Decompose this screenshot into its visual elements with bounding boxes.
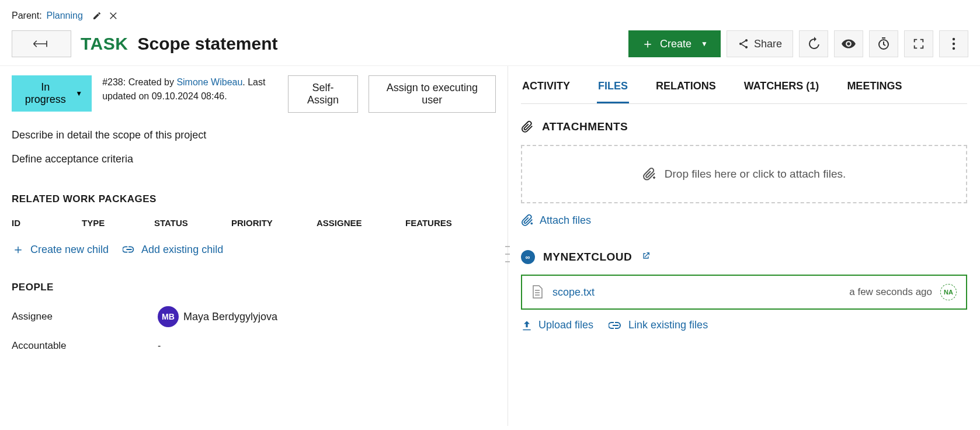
breadcrumb-bar: Parent: Planning [0,0,980,27]
attach-files-button[interactable]: Attach files [521,214,591,227]
upload-files-label: Upload files [538,319,593,331]
page-title[interactable]: Scope statement [137,34,277,54]
create-button[interactable]: ＋ Create ▼ [628,30,721,57]
storage-header: ∞ MYNEXTCLOUD [521,250,967,264]
add-existing-label: Add existing child [141,244,223,256]
type-badge: TASK [81,34,128,54]
accountable-value[interactable]: - [158,341,161,351]
paperclip-icon [521,120,534,133]
col-features[interactable]: FEATURES [405,218,464,228]
svg-point-6 [953,47,955,50]
accountable-label: Accountable [12,340,93,352]
nextcloud-icon: ∞ [521,250,535,264]
back-button[interactable] [12,30,71,57]
upload-icon [521,320,533,331]
timer-button[interactable] [869,30,898,57]
file-time: a few seconds ago [849,286,932,298]
status-label: In progress [21,81,69,106]
col-type[interactable]: TYPE [82,218,126,228]
people-section-title: PEOPLE [12,282,496,293]
parent-label: Parent: [12,11,42,21]
chevron-down-icon: ▼ [701,40,708,48]
plus-icon: ＋ [12,241,25,258]
parent-link[interactable]: Planning [47,11,83,21]
author-link[interactable]: Simone Wibeau [176,77,242,87]
related-section-title: RELATED WORK PACKAGES [12,193,496,205]
share-button-label: Share [754,38,782,50]
avatar: MB [158,306,179,327]
upload-files-button[interactable]: Upload files [521,319,593,331]
fullscreen-icon [912,37,925,50]
attachments-title: ATTACHMENTS [542,120,628,133]
add-existing-child-button[interactable]: Add existing child [123,241,223,258]
tab-activity[interactable]: ACTIVITY [521,75,571,103]
description-line-1: Describe in detail the scope of this pro… [12,129,496,141]
attachments-header: ATTACHMENTS [521,120,967,133]
create-child-button[interactable]: ＋ Create new child [12,241,109,258]
svg-point-4 [953,38,955,40]
link-icon [609,321,623,330]
title-row: TASK Scope statement ＋ Create ▼ Share [0,27,980,66]
accountable-row: Accountable - [12,340,496,352]
tab-watchers[interactable]: WATCHERS (1) [743,75,821,103]
assignee-row: Assignee MB Maya Berdygylyjova [12,306,496,327]
assignee-name: Maya Berdygylyjova [183,311,277,323]
history-icon [807,37,821,51]
tab-files[interactable]: FILES [597,75,629,103]
assign-executing-button[interactable]: Assign to executing user [369,75,496,113]
clock-icon [877,37,891,51]
eye-icon [841,36,856,51]
left-pane: In progress ▼ #238: Created by Simone Wi… [0,66,508,426]
plus-icon: ＋ [641,35,654,53]
splitter-handle[interactable] [505,246,510,262]
attach-icon [642,167,656,181]
meta-text: #238: Created by Simone Wibeau. Last upd… [102,75,277,103]
user-badge: NA [940,284,957,300]
dropzone-text: Drop files here or click to attach files… [665,168,846,181]
tab-relations[interactable]: RELATIONS [655,75,717,103]
tab-meetings[interactable]: MEETINGS [846,75,903,103]
assignee-value[interactable]: MB Maya Berdygylyjova [158,306,277,327]
file-name: scope.txt [552,286,595,299]
description-line-2: Define acceptance criteria [12,153,496,165]
svg-point-5 [953,43,955,45]
col-status[interactable]: STATUS [154,218,203,228]
tab-bar: ACTIVITY FILES RELATIONS WATCHERS (1) ME… [521,75,967,104]
col-priority[interactable]: PRIORITY [231,218,289,228]
attach-files-label: Attach files [540,214,591,227]
storage-title: MYNEXTCLOUD [543,251,632,263]
attach-icon [521,214,534,227]
create-child-label: Create new child [30,244,109,256]
self-assign-button[interactable]: Self-Assign [288,75,358,113]
external-link-icon[interactable] [641,251,651,263]
back-arrow-icon [33,38,50,50]
link-existing-button[interactable]: Link existing files [609,319,708,331]
share-button[interactable]: Share [727,30,793,57]
right-pane: ACTIVITY FILES RELATIONS WATCHERS (1) ME… [508,66,980,426]
related-table: ID TYPE STATUS PRIORITY ASSIGNEE FEATURE… [12,218,496,234]
description-block[interactable]: Describe in detail the scope of this pro… [12,129,496,165]
status-dropdown[interactable]: In progress ▼ [12,75,92,112]
link-existing-label: Link existing files [628,319,708,331]
link-icon [123,245,135,254]
col-id[interactable]: ID [12,218,54,228]
share-icon [738,38,749,50]
kebab-icon [952,37,955,50]
more-actions-button[interactable] [939,30,968,57]
history-button[interactable] [799,30,828,57]
fullscreen-button[interactable] [904,30,933,57]
watch-button[interactable] [834,30,863,57]
file-icon [531,285,543,299]
assignee-label: Assignee [12,311,93,322]
create-button-label: Create [660,38,691,50]
chevron-down-icon: ▼ [75,89,82,98]
attachments-dropzone[interactable]: Drop files here or click to attach files… [521,145,967,203]
file-row[interactable]: scope.txt a few seconds ago NA [521,275,967,310]
close-parent-icon[interactable] [107,9,120,22]
edit-parent-icon[interactable] [91,10,103,22]
meta-prefix: #238: Created by [102,77,176,87]
col-assignee[interactable]: ASSIGNEE [317,218,377,228]
